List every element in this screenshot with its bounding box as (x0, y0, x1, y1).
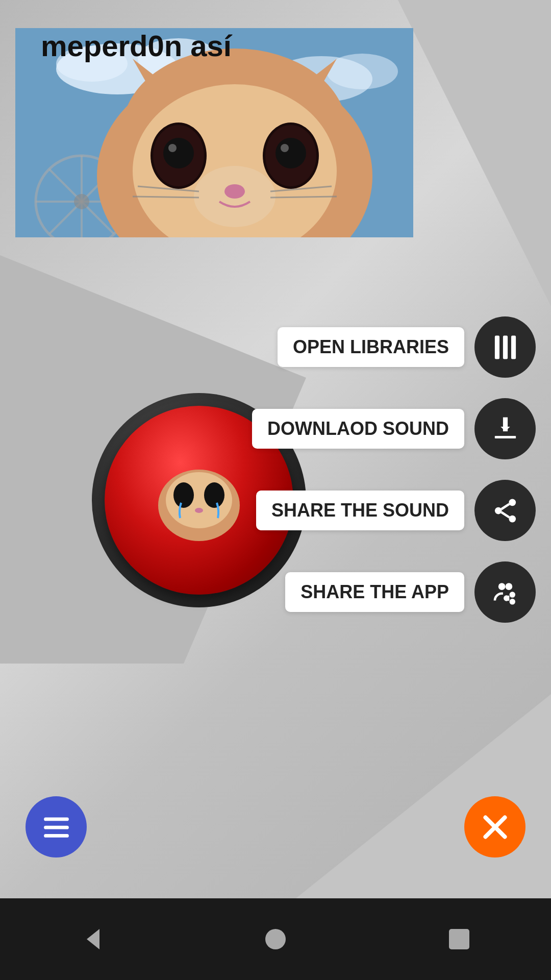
svg-point-32 (204, 482, 224, 508)
svg-point-57 (265, 929, 286, 949)
share-sound-tooltip: SHARE THE SOUND (256, 491, 464, 530)
svg-marker-56 (87, 929, 99, 949)
close-button[interactable] (464, 796, 525, 857)
back-icon (77, 924, 107, 954)
svg-point-5 (327, 54, 398, 89)
svg-rect-37 (494, 436, 515, 438)
svg-point-31 (173, 482, 194, 508)
home-icon (260, 924, 291, 954)
svg-rect-53 (44, 834, 69, 838)
menu-button[interactable] (26, 796, 87, 857)
svg-point-22 (276, 138, 306, 168)
menu-icon (40, 811, 73, 844)
nav-recent-button[interactable] (441, 921, 477, 957)
svg-line-28 (270, 197, 337, 198)
svg-line-26 (133, 197, 199, 198)
svg-rect-34 (494, 335, 499, 359)
libraries-icon (491, 333, 519, 361)
download-sound-button[interactable]: DOWNLAOD SOUND (474, 398, 536, 459)
svg-rect-35 (503, 335, 507, 359)
svg-line-49 (507, 596, 509, 597)
svg-rect-36 (511, 335, 515, 359)
svg-rect-52 (44, 825, 69, 829)
share-sound-icon (491, 497, 519, 525)
navigation-bar (0, 898, 551, 980)
share-sound-button[interactable]: SHARE THE SOUND (474, 480, 536, 541)
svg-point-45 (505, 583, 512, 590)
download-icon (491, 415, 519, 443)
open-libraries-tooltip: OPEN LIBRARIES (278, 327, 464, 367)
share-app-button[interactable]: SHARE THE APP (474, 561, 536, 623)
recent-icon (444, 924, 474, 954)
svg-rect-38 (503, 417, 507, 431)
svg-rect-51 (44, 817, 69, 821)
svg-line-42 (501, 504, 509, 509)
close-icon (479, 811, 512, 844)
nav-home-button[interactable] (258, 921, 293, 957)
svg-point-18 (163, 138, 194, 168)
open-libraries-button[interactable]: OPEN LIBRARIES (474, 316, 536, 378)
svg-point-33 (195, 508, 203, 513)
svg-point-24 (224, 184, 245, 199)
svg-point-48 (509, 599, 515, 604)
meme-text: meperd0n así (41, 29, 233, 62)
svg-point-19 (168, 144, 177, 152)
svg-point-46 (509, 592, 515, 597)
meme-container: meperd0n así (15, 28, 413, 237)
nav-back-button[interactable] (74, 921, 110, 957)
svg-point-44 (498, 583, 505, 590)
svg-line-43 (501, 512, 509, 517)
share-app-tooltip: SHARE THE APP (285, 572, 464, 612)
share-app-icon (491, 578, 519, 606)
meme-image: meperd0n así (15, 28, 413, 237)
download-sound-tooltip: DOWNLAOD SOUND (252, 409, 464, 449)
svg-rect-58 (449, 929, 469, 949)
svg-point-11 (74, 194, 89, 209)
svg-point-23 (281, 144, 289, 152)
svg-line-50 (507, 599, 509, 600)
action-buttons-panel: OPEN LIBRARIES DOWNLAOD SOUND SHARE THE … (474, 316, 536, 623)
